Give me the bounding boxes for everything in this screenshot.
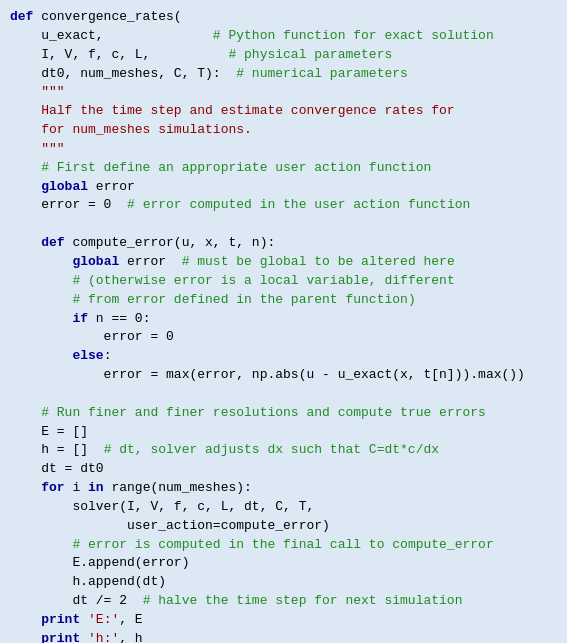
code-token: # halve the time step for next simulatio… <box>143 593 463 608</box>
code-line: """ <box>10 83 557 102</box>
code-line: print 'E:', E <box>10 611 557 630</box>
code-token: def <box>41 235 64 250</box>
code-line: dt /= 2 # halve the time step for next s… <box>10 592 557 611</box>
code-line: def convergence_rates( <box>10 8 557 27</box>
code-token: # First define an appropriate user actio… <box>10 160 431 175</box>
code-container: def convergence_rates( u_exact, # Python… <box>10 8 557 643</box>
code-token: # (otherwise error is a local variable, … <box>72 273 454 288</box>
code-token: convergence_rates( <box>33 9 181 24</box>
code-token: print <box>41 631 80 643</box>
code-line: error = 0 <box>10 328 557 347</box>
code-token: # Python function for exact solution <box>104 28 494 43</box>
code-token: for <box>41 480 64 495</box>
code-token: # physical parameters <box>150 47 392 62</box>
code-token: global <box>41 179 88 194</box>
code-token <box>80 612 88 627</box>
code-token: for num_meshes simulations. <box>10 122 252 137</box>
code-token: , E <box>119 612 142 627</box>
code-token: # error is computed in the final call to… <box>72 537 493 552</box>
code-token: h.append(dt) <box>10 574 166 589</box>
code-line: solver(I, V, f, c, L, dt, C, T, <box>10 498 557 517</box>
code-token: # from error defined in the parent funct… <box>72 292 415 307</box>
code-token: E.append(error) <box>10 555 189 570</box>
code-token <box>80 631 88 643</box>
code-line: user_action=compute_error) <box>10 517 557 536</box>
code-token: error = max(error, np.abs(u - u_exact(x,… <box>10 367 525 382</box>
code-token: n == 0: <box>88 311 150 326</box>
code-line: for num_meshes simulations. <box>10 121 557 140</box>
code-token: # dt, solver adjusts dx such that C=dt*c… <box>104 442 439 457</box>
code-token: dt /= 2 <box>10 593 143 608</box>
code-token <box>10 631 41 643</box>
code-line: h.append(dt) <box>10 573 557 592</box>
code-token: dt0, num_meshes, C, T): <box>10 66 221 81</box>
code-token: print <box>41 612 80 627</box>
code-token: error = 0 <box>10 197 127 212</box>
code-token: global <box>72 254 119 269</box>
code-token: : <box>104 348 112 363</box>
code-token: user_action=compute_error) <box>10 518 330 533</box>
code-token: solver(I, V, f, c, L, dt, C, T, <box>10 499 314 514</box>
code-token: """ <box>10 141 65 156</box>
code-token <box>10 480 41 495</box>
code-line <box>10 215 557 234</box>
code-token: # must be global to be altered here <box>182 254 455 269</box>
code-line: for i in range(num_meshes): <box>10 479 557 498</box>
code-token: 'E:' <box>88 612 119 627</box>
code-line: else: <box>10 347 557 366</box>
code-line: # from error defined in the parent funct… <box>10 291 557 310</box>
code-line: # First define an appropriate user actio… <box>10 159 557 178</box>
code-line: dt = dt0 <box>10 460 557 479</box>
code-line: error = 0 # error computed in the user a… <box>10 196 557 215</box>
code-line: print 'h:', h <box>10 630 557 643</box>
code-token: compute_error(u, x, t, n): <box>65 235 276 250</box>
code-line: # error is computed in the final call to… <box>10 536 557 555</box>
code-token: I, V, f, c, L, <box>10 47 150 62</box>
code-token <box>10 537 72 552</box>
code-token: # error computed in the user action func… <box>127 197 470 212</box>
code-token <box>10 405 41 420</box>
code-token: h = [] <box>10 442 104 457</box>
code-token: if <box>72 311 88 326</box>
code-token: , h <box>119 631 142 643</box>
code-token <box>10 348 72 363</box>
code-line: I, V, f, c, L, # physical parameters <box>10 46 557 65</box>
code-token <box>10 235 41 250</box>
code-token: Half the time step and estimate converge… <box>10 103 455 118</box>
code-line: Half the time step and estimate converge… <box>10 102 557 121</box>
code-line: dt0, num_meshes, C, T): # numerical para… <box>10 65 557 84</box>
code-token <box>10 311 72 326</box>
code-token: # Run finer and finer resolutions and co… <box>41 405 486 420</box>
code-token: i <box>65 480 88 495</box>
code-token: error <box>88 179 135 194</box>
code-token <box>10 179 41 194</box>
code-token: range(num_meshes): <box>104 480 252 495</box>
code-line: # (otherwise error is a local variable, … <box>10 272 557 291</box>
code-token: E = [] <box>10 424 88 439</box>
code-line: def compute_error(u, x, t, n): <box>10 234 557 253</box>
code-line: E.append(error) <box>10 554 557 573</box>
code-token: error = 0 <box>10 329 174 344</box>
code-line <box>10 385 557 404</box>
code-token: # numerical parameters <box>221 66 408 81</box>
code-token: def <box>10 9 33 24</box>
code-line: h = [] # dt, solver adjusts dx such that… <box>10 441 557 460</box>
code-token: 'h:' <box>88 631 119 643</box>
code-line: """ <box>10 140 557 159</box>
code-line: # Run finer and finer resolutions and co… <box>10 404 557 423</box>
code-token <box>10 292 72 307</box>
code-token <box>10 612 41 627</box>
code-token: dt = dt0 <box>10 461 104 476</box>
code-token: in <box>88 480 104 495</box>
code-line: if n == 0: <box>10 310 557 329</box>
code-token: else <box>72 348 103 363</box>
code-line: E = [] <box>10 423 557 442</box>
code-token: error <box>119 254 181 269</box>
code-line: global error <box>10 178 557 197</box>
code-token <box>10 273 72 288</box>
code-line: error = max(error, np.abs(u - u_exact(x,… <box>10 366 557 385</box>
code-line: global error # must be global to be alte… <box>10 253 557 272</box>
code-token: u_exact, <box>10 28 104 43</box>
code-token <box>10 254 72 269</box>
code-token: """ <box>10 84 65 99</box>
